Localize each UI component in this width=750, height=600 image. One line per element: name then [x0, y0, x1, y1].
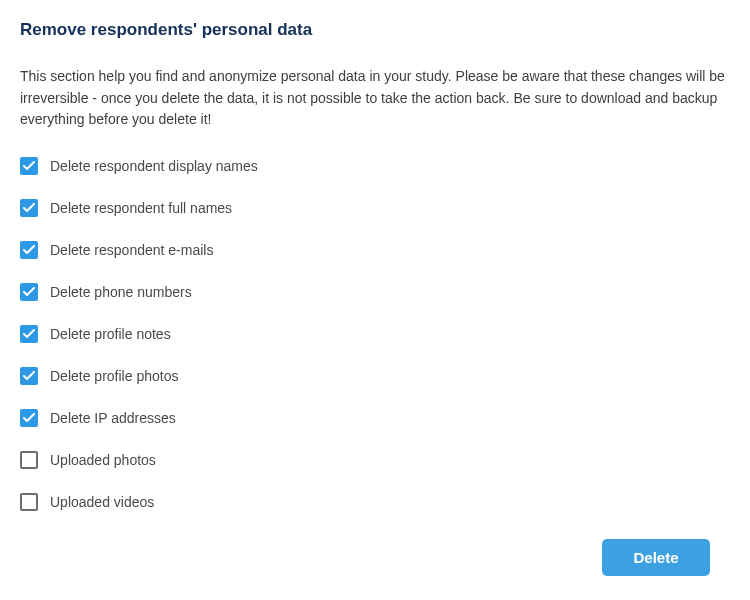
- option-row: Delete respondent display names: [20, 157, 730, 175]
- option-row: Delete profile notes: [20, 325, 730, 343]
- checkbox-uploaded-photos[interactable]: [20, 451, 38, 469]
- option-row: Delete phone numbers: [20, 283, 730, 301]
- checkbox-profile-notes[interactable]: [20, 325, 38, 343]
- option-label: Delete phone numbers: [50, 284, 192, 300]
- options-list: Delete respondent display names Delete r…: [20, 157, 730, 511]
- option-label: Uploaded photos: [50, 452, 156, 468]
- option-label: Delete respondent display names: [50, 158, 258, 174]
- check-icon: [23, 245, 35, 255]
- checkbox-display-names[interactable]: [20, 157, 38, 175]
- option-row: Delete profile photos: [20, 367, 730, 385]
- option-label: Delete IP addresses: [50, 410, 176, 426]
- page-description: This section help you find and anonymize…: [20, 66, 730, 131]
- checkbox-ip-addresses[interactable]: [20, 409, 38, 427]
- option-row: Delete IP addresses: [20, 409, 730, 427]
- checkbox-emails[interactable]: [20, 241, 38, 259]
- option-row: Uploaded photos: [20, 451, 730, 469]
- page-title: Remove respondents' personal data: [20, 20, 730, 40]
- option-row: Delete respondent e-mails: [20, 241, 730, 259]
- option-label: Delete respondent e-mails: [50, 242, 213, 258]
- check-icon: [23, 161, 35, 171]
- check-icon: [23, 413, 35, 423]
- option-label: Delete profile notes: [50, 326, 171, 342]
- checkbox-profile-photos[interactable]: [20, 367, 38, 385]
- option-label: Delete profile photos: [50, 368, 178, 384]
- option-label: Uploaded videos: [50, 494, 154, 510]
- checkbox-full-names[interactable]: [20, 199, 38, 217]
- check-icon: [23, 287, 35, 297]
- checkbox-uploaded-videos[interactable]: [20, 493, 38, 511]
- option-label: Delete respondent full names: [50, 200, 232, 216]
- checkbox-phone-numbers[interactable]: [20, 283, 38, 301]
- option-row: Delete respondent full names: [20, 199, 730, 217]
- check-icon: [23, 203, 35, 213]
- delete-button[interactable]: Delete: [602, 539, 710, 576]
- check-icon: [23, 371, 35, 381]
- check-icon: [23, 329, 35, 339]
- option-row: Uploaded videos: [20, 493, 730, 511]
- actions-bar: Delete: [20, 539, 730, 576]
